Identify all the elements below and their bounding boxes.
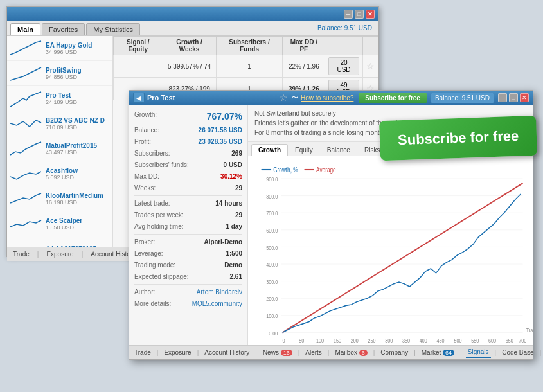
signal-name[interactable]: AAAA217679105: [46, 245, 109, 247]
tab-favorites[interactable]: Favorites: [42, 23, 85, 35]
slippage-value: 2.61: [230, 272, 242, 281]
svg-text:500.0: 500.0: [266, 244, 278, 251]
favorite-star[interactable]: ☆: [366, 61, 375, 71]
svg-text:600.0: 600.0: [266, 227, 278, 234]
col-signal: Signal / Equity: [114, 37, 163, 55]
signal-name[interactable]: ProfitSwing: [46, 67, 109, 74]
signal-name[interactable]: B2D2 VS ABC NZ D: [46, 117, 109, 124]
list-item[interactable]: B2D2 VS ABC NZ D 710.09 USD: [7, 111, 112, 136]
svg-text:Growth, %: Growth, %: [273, 166, 298, 174]
svg-text:350: 350: [402, 337, 410, 344]
bottom-tab-exposure[interactable]: Exposure: [44, 249, 76, 259]
how-to-subscribe-link[interactable]: How to subscribe?: [301, 94, 353, 102]
list-item[interactable]: KlooMartinMedium 16 198 USD: [7, 186, 112, 211]
front-tab-mailbox[interactable]: Mailbox 6: [333, 348, 369, 357]
front-bottom-tabs: Trade | Exposure | Account History | New…: [129, 345, 533, 359]
list-item[interactable]: Pro Test 24 189 USD: [7, 86, 112, 111]
minimize-button[interactable]: ─: [344, 10, 353, 19]
weeks-value: 29: [235, 183, 242, 193]
back-nav-button[interactable]: ◀: [133, 93, 145, 103]
signal-name[interactable]: Ace Scalper: [46, 217, 109, 224]
bottom-tab-trade[interactable]: Trade: [10, 249, 32, 259]
leverage-value: 1:500: [226, 249, 242, 258]
list-item[interactable]: Ace Scalper 1 850 USD: [7, 211, 112, 236]
profit-label: Profit:: [134, 137, 151, 147]
svg-text:100.0: 100.0: [266, 312, 278, 319]
front-minimize-button[interactable]: ─: [498, 93, 507, 102]
subscribe-badge[interactable]: Subscribe for free: [379, 116, 537, 161]
signal-price: 24 189 USD: [46, 99, 109, 105]
front-close-button[interactable]: ✕: [520, 93, 529, 102]
front-tab-signals[interactable]: Signals: [466, 347, 491, 358]
front-maximize-button[interactable]: □: [509, 93, 518, 102]
svg-text:550: 550: [471, 337, 479, 344]
col-subs: Subscribers / Funds: [216, 37, 283, 55]
front-tab-codebase[interactable]: Code Base: [500, 348, 535, 357]
list-item[interactable]: ProfitSwing 94 856 USD: [7, 61, 112, 86]
sub-funds-value: 0 USD: [224, 160, 242, 170]
more-details-link[interactable]: MQL5.community: [192, 299, 242, 308]
subscribe-button[interactable]: Subscribe for free: [359, 93, 427, 103]
list-item[interactable]: EA Happy Gold 34 996 USD: [7, 36, 112, 61]
subscribe-small-button[interactable]: 20 USD: [328, 57, 359, 75]
profit-value: 23 028.35 USD: [199, 137, 242, 147]
slippage-label: Expected slippage:: [134, 272, 189, 281]
close-button[interactable]: ✕: [366, 10, 375, 19]
front-tab-company[interactable]: Company: [378, 348, 410, 357]
balance-button[interactable]: Balance: 9.51 USD: [431, 93, 494, 103]
svg-text:400: 400: [420, 337, 427, 344]
signal-name[interactable]: Pro Test: [46, 92, 109, 99]
list-item[interactable]: Acashflow 5 092 USD: [7, 161, 112, 186]
signal-name[interactable]: EA Happy Gold: [46, 42, 109, 49]
front-window-title: Pro Test: [147, 94, 280, 102]
front-tab-market[interactable]: Market 64: [420, 348, 456, 357]
maxdd-value: 30.12%: [220, 172, 242, 181]
svg-text:300: 300: [385, 337, 393, 344]
balance-display[interactable]: Balance: 9.51 USD: [314, 23, 375, 35]
latest-trade-label: Latest trade:: [134, 199, 170, 208]
signal-price: 5 092 USD: [46, 174, 109, 181]
list-item[interactable]: MatualProfit2015 43 497 USD: [7, 136, 112, 161]
chart-tab-balance[interactable]: Balance: [320, 144, 357, 156]
svg-text:400.0: 400.0: [266, 261, 278, 268]
tab-main[interactable]: Main: [10, 23, 40, 35]
author-link[interactable]: Artem Bindareiv: [197, 287, 242, 297]
svg-text:250: 250: [368, 337, 375, 344]
detail-stats-panel: Growth: 767.07% Balance: 26 071.58 USD P…: [129, 105, 248, 345]
mailbox-badge: 6: [359, 350, 368, 356]
signal-price: 94 856 USD: [46, 74, 109, 80]
signal-price: 16 198 USD: [46, 199, 109, 206]
front-titlebar: ◀ Pro Test ☆ 〜 How to subscribe? Subscri…: [129, 91, 533, 105]
maximize-button[interactable]: □: [355, 10, 364, 19]
col-growth: Growth / Weeks: [163, 37, 216, 55]
tab-my-statistics[interactable]: My Statistics: [86, 23, 140, 35]
front-tab-account-history[interactable]: Account History: [202, 348, 251, 357]
col-star: [362, 37, 378, 55]
chart-tab-growth[interactable]: Growth: [251, 144, 288, 156]
list-item[interactable]: AAAA217679105: [7, 236, 112, 247]
svg-text:500: 500: [454, 337, 461, 344]
sub-funds-label: Subscribers' funds:: [134, 160, 189, 170]
svg-text:650: 650: [506, 337, 513, 344]
trades-week-label: Trades per week:: [134, 210, 184, 220]
front-tab-exposure[interactable]: Exposure: [162, 348, 193, 357]
subscribers-value: 269: [231, 148, 242, 158]
front-tab-alerts[interactable]: Alerts: [303, 348, 324, 357]
signal-name[interactable]: KlooMartinMedium: [46, 192, 109, 199]
signal-list: EA Happy Gold 34 996 USD ProfitSwing 94 …: [7, 36, 113, 247]
trades-week-value: 29: [235, 210, 242, 220]
svg-text:Average: Average: [316, 166, 336, 174]
author-label: Author:: [134, 287, 155, 297]
signal-icon: 〜: [292, 93, 298, 102]
maxdd-label: Max DD:: [134, 172, 159, 181]
svg-text:Trades: Trades: [526, 326, 533, 334]
chart-tab-equity[interactable]: Equity: [288, 144, 320, 156]
signal-name[interactable]: MatualProfit2015: [46, 142, 109, 149]
balance-stat-value: 26 071.58 USD: [199, 125, 242, 135]
signal-name[interactable]: Acashflow: [46, 167, 109, 174]
subscribers-label: Subscribers:: [134, 148, 170, 158]
front-tab-trade[interactable]: Trade: [132, 348, 153, 357]
svg-line-40: [283, 183, 523, 332]
favorite-star-icon[interactable]: ☆: [280, 93, 288, 103]
front-tab-news[interactable]: News 16: [261, 348, 294, 357]
